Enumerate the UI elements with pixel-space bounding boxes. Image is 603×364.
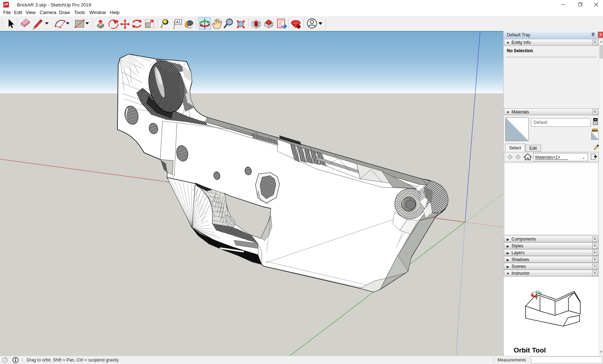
svg-text:A1: A1 — [176, 20, 181, 24]
